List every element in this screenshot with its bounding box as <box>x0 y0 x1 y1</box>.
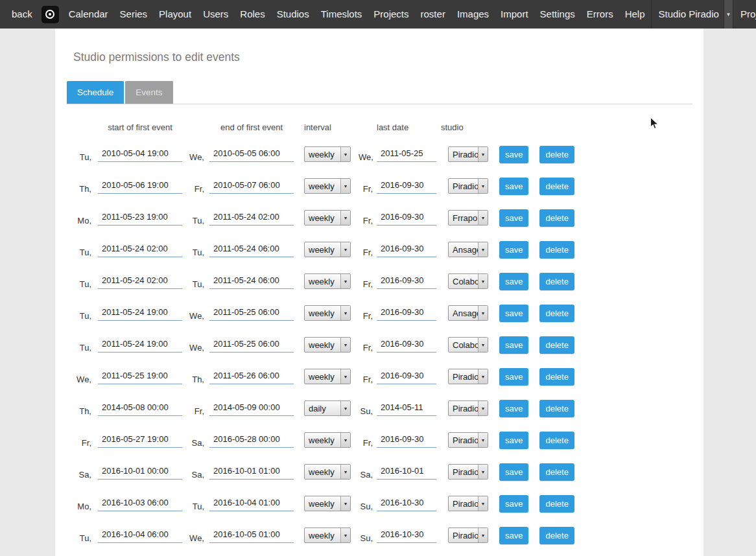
save-button[interactable]: save <box>499 527 528 544</box>
start-datetime-input[interactable] <box>98 178 182 194</box>
delete-button[interactable]: delete <box>539 146 574 163</box>
end-datetime-input[interactable] <box>209 369 294 384</box>
last-date-input[interactable] <box>377 273 436 289</box>
interval-select[interactable]: weekly ▼ <box>304 305 351 321</box>
last-date-input[interactable] <box>377 305 436 321</box>
start-datetime-input[interactable] <box>98 146 182 162</box>
studio-nav-select[interactable]: Studio Piradio ▼ <box>651 0 733 29</box>
nav-item-series[interactable]: Series <box>114 0 154 29</box>
end-datetime-input[interactable] <box>209 305 294 321</box>
last-date-input[interactable] <box>377 210 436 226</box>
end-datetime-input[interactable] <box>209 273 294 289</box>
save-button[interactable]: save <box>499 305 528 322</box>
interval-select[interactable]: weekly ▼ <box>304 369 351 384</box>
delete-button[interactable]: delete <box>539 432 574 449</box>
start-datetime-input[interactable] <box>98 369 182 384</box>
chevron-down-icon[interactable]: ▼ <box>724 0 733 29</box>
delete-button[interactable]: delete <box>539 209 574 227</box>
start-datetime-input[interactable] <box>98 242 182 257</box>
delete-button[interactable]: delete <box>539 273 574 290</box>
interval-select[interactable]: weekly ▼ <box>304 146 351 162</box>
interval-select[interactable]: weekly ▼ <box>304 496 351 511</box>
nav-item-settings[interactable]: Settings <box>534 0 581 29</box>
interval-select[interactable]: weekly ▼ <box>304 464 351 480</box>
save-button[interactable]: save <box>499 432 528 449</box>
last-date-input[interactable] <box>377 369 436 384</box>
end-datetime-input[interactable] <box>209 242 294 257</box>
studio-select[interactable]: Ansage ▼ <box>448 242 488 257</box>
interval-select[interactable]: weekly ▼ <box>304 527 351 543</box>
delete-button[interactable]: delete <box>539 495 574 513</box>
studio-select[interactable]: Piradio ▼ <box>448 400 488 416</box>
save-button[interactable]: save <box>499 273 528 290</box>
interval-select[interactable]: weekly ▼ <box>304 337 351 353</box>
studio-select[interactable]: Frrapo ▼ <box>448 210 488 226</box>
start-datetime-input[interactable] <box>98 400 182 416</box>
delete-button[interactable]: delete <box>539 527 574 544</box>
last-date-input[interactable] <box>377 146 436 162</box>
studio-select[interactable]: Piradio ▼ <box>448 178 488 194</box>
last-date-input[interactable] <box>377 432 436 448</box>
start-datetime-input[interactable] <box>98 496 182 511</box>
nav-item-import[interactable]: Import <box>495 0 534 29</box>
last-date-input[interactable] <box>377 400 436 416</box>
save-button[interactable]: save <box>499 400 528 417</box>
studio-select[interactable]: Colabo ▼ <box>448 273 488 289</box>
save-button[interactable]: save <box>499 368 528 386</box>
end-datetime-input[interactable] <box>209 146 294 162</box>
interval-select[interactable]: weekly ▼ <box>304 242 351 257</box>
end-datetime-input[interactable] <box>209 178 294 194</box>
studio-select[interactable]: Piradio ▼ <box>448 527 488 543</box>
nav-item-timeslots[interactable]: Timeslots <box>315 0 368 29</box>
save-button[interactable]: save <box>499 209 528 227</box>
tab-schedule[interactable]: Schedule <box>67 81 124 104</box>
delete-button[interactable]: delete <box>539 241 574 259</box>
nav-item-help[interactable]: Help <box>619 0 651 29</box>
save-button[interactable]: save <box>499 463 528 481</box>
end-datetime-input[interactable] <box>209 400 294 416</box>
end-datetime-input[interactable] <box>209 210 294 226</box>
interval-select[interactable]: weekly ▼ <box>304 273 351 289</box>
studio-select[interactable]: Piradio ▼ <box>448 496 488 511</box>
last-date-input[interactable] <box>377 178 436 194</box>
studio-select[interactable]: Ansage ▼ <box>448 305 488 321</box>
nav-item-projects[interactable]: Projects <box>368 0 414 29</box>
end-datetime-input[interactable] <box>209 464 294 480</box>
save-button[interactable]: save <box>499 178 528 195</box>
nav-item-users[interactable]: Users <box>197 0 234 29</box>
start-datetime-input[interactable] <box>98 210 182 226</box>
delete-button[interactable]: delete <box>539 400 574 417</box>
delete-button[interactable]: delete <box>539 305 574 322</box>
save-button[interactable]: save <box>499 336 528 354</box>
interval-select[interactable]: weekly ▼ <box>304 178 351 194</box>
start-datetime-input[interactable] <box>98 432 182 448</box>
nav-item-calendar[interactable]: Calendar <box>63 0 114 29</box>
last-date-input[interactable] <box>377 464 436 480</box>
studio-select[interactable]: Piradio ▼ <box>448 432 488 448</box>
tab-events[interactable]: Events <box>125 81 172 104</box>
nav-item-playout[interactable]: Playout <box>153 0 197 29</box>
interval-select[interactable]: daily ▼ <box>304 400 351 416</box>
delete-button[interactable]: delete <box>539 368 574 386</box>
last-date-input[interactable] <box>377 527 436 543</box>
interval-select[interactable]: weekly ▼ <box>304 210 351 226</box>
end-datetime-input[interactable] <box>209 527 294 543</box>
studio-select[interactable]: Piradio ▼ <box>448 369 488 384</box>
studio-select[interactable]: Piradio ▼ <box>448 464 488 480</box>
start-datetime-input[interactable] <box>98 273 182 289</box>
start-datetime-input[interactable] <box>98 337 182 353</box>
start-datetime-input[interactable] <box>98 527 182 543</box>
last-date-input[interactable] <box>377 337 436 353</box>
save-button[interactable]: save <box>499 241 528 259</box>
project-nav-select[interactable]: Project 88vier ▼ <box>733 0 756 29</box>
nav-item-roles[interactable]: Roles <box>234 0 270 29</box>
end-datetime-input[interactable] <box>209 496 294 511</box>
start-datetime-input[interactable] <box>98 464 182 480</box>
last-date-input[interactable] <box>377 242 436 257</box>
end-datetime-input[interactable] <box>209 337 294 353</box>
nav-item-roster[interactable]: roster <box>415 0 451 29</box>
delete-button[interactable]: delete <box>539 336 574 354</box>
delete-button[interactable]: delete <box>539 463 574 481</box>
studio-select[interactable]: Colabo ▼ <box>448 337 488 353</box>
nav-item-studios[interactable]: Studios <box>271 0 315 29</box>
